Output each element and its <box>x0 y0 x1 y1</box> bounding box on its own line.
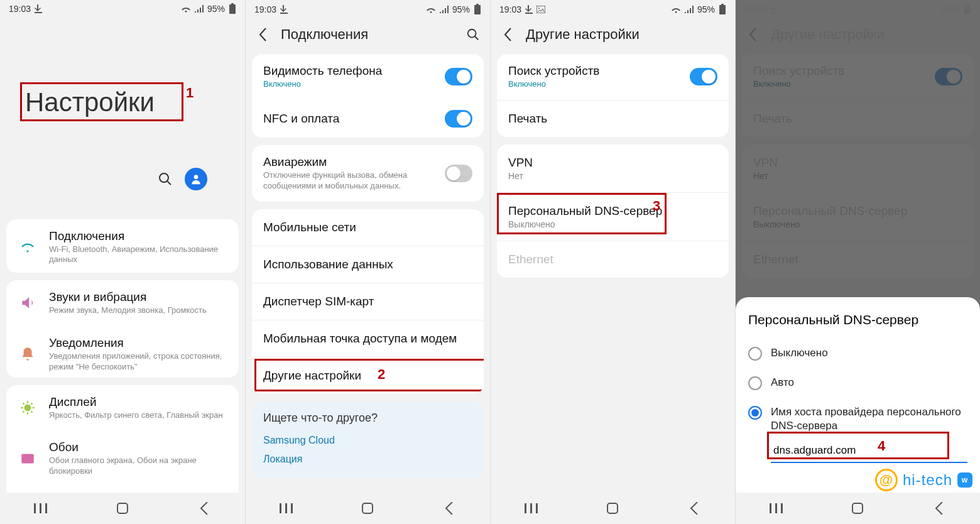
row-more-settings[interactable]: Другие настройки <box>252 358 484 394</box>
screen-dns-dialog: 19:03 95% Другие настройки Поиск устройс… <box>735 0 980 524</box>
watermark: @ hi-tech w <box>875 469 972 491</box>
nav-recents[interactable] <box>22 499 60 518</box>
annotation-number-1: 1 <box>186 85 193 101</box>
svg-rect-11 <box>362 503 373 513</box>
settings-group-1: Подключения Wi-Fi, Bluetooth, Авиарежим,… <box>6 219 239 273</box>
wifi-icon <box>181 5 191 13</box>
nav-bar <box>736 493 980 524</box>
status-bar: 19:03 95% <box>246 0 490 19</box>
row-airplane[interactable]: Авиарежим Отключение функций вызова, обм… <box>252 145 484 202</box>
row-notifications[interactable]: Уведомления Уведомления приложений, стро… <box>6 326 239 378</box>
dialog-title: Персональный DNS-сервер <box>748 312 967 327</box>
radio-auto[interactable]: Авто <box>748 368 967 398</box>
svg-rect-14 <box>719 5 726 14</box>
row-mobile-networks[interactable]: Мобильные сети <box>252 209 484 246</box>
svg-point-4 <box>24 405 31 412</box>
nav-recents[interactable] <box>758 499 795 518</box>
row-print[interactable]: Печать <box>497 100 729 137</box>
row-sim-manager[interactable]: Диспетчер SIM-карт <box>252 283 484 320</box>
status-time: 19:03 <box>9 4 31 14</box>
row-vpn[interactable]: VPN Нет <box>497 145 729 192</box>
link-location[interactable]: Локация <box>263 450 472 469</box>
row-display[interactable]: Дисплей Яркость, Фильтр синего света, Гл… <box>6 385 239 431</box>
vk-icon: w <box>957 472 972 488</box>
svg-rect-19 <box>852 503 863 513</box>
svg-point-10 <box>468 30 476 38</box>
row-nfc[interactable]: NFC и оплата <box>252 100 484 138</box>
toggle-phone-visibility[interactable] <box>445 68 472 85</box>
nav-recents[interactable] <box>268 499 305 518</box>
signal-icon <box>440 6 449 13</box>
display-icon <box>18 398 38 418</box>
row-sub: Wi-Fi, Bluetooth, Авиарежим, Использован… <box>49 244 227 266</box>
signal-icon <box>195 5 204 13</box>
link-samsung-cloud[interactable]: Samsung Cloud <box>263 431 472 450</box>
row-title: Подключения <box>49 229 227 243</box>
svg-rect-1 <box>231 3 234 5</box>
row-connections[interactable]: Подключения Wi-Fi, Bluetooth, Авиарежим,… <box>6 219 239 273</box>
row-wallpaper[interactable]: Обои Обои главного экрана, Обои на экран… <box>6 430 239 487</box>
nav-home[interactable] <box>349 499 386 518</box>
nav-recents[interactable] <box>513 499 550 518</box>
row-ethernet: Ethernet <box>497 241 729 278</box>
toggle-nfc[interactable] <box>445 110 472 128</box>
row-sounds[interactable]: Звуки и вибрация Режим звука, Мелодия зв… <box>6 280 239 326</box>
row-hotspot[interactable]: Мобильная точка доступа и модем <box>252 320 484 357</box>
nav-back[interactable] <box>920 499 958 518</box>
screen-settings-main: 19:03 95% Настройки 1 <box>0 0 245 524</box>
radio-hostname[interactable]: Имя хоста провайдера персонального DNS-с… <box>748 398 967 471</box>
svg-rect-5 <box>21 454 34 464</box>
radio-off[interactable]: Выключено <box>748 339 967 368</box>
more-card: Ищете что-то другое? Samsung Cloud Локац… <box>252 401 484 479</box>
row-private-dns[interactable]: Персональный DNS-сервер Выключено <box>497 193 729 241</box>
toggle-airplane[interactable] <box>445 165 472 182</box>
sound-icon <box>18 293 38 313</box>
battery-icon <box>229 3 236 14</box>
nav-home[interactable] <box>594 499 631 518</box>
nav-back[interactable] <box>675 499 713 518</box>
svg-rect-16 <box>607 503 618 513</box>
dns-hostname-input[interactable] <box>771 439 967 463</box>
battery-icon <box>474 4 481 15</box>
nav-home[interactable] <box>839 499 876 518</box>
search-icon[interactable] <box>157 171 173 187</box>
row-device-search[interactable]: Поиск устройств Включено <box>497 54 729 100</box>
nav-home[interactable] <box>104 499 141 518</box>
nav-back[interactable] <box>185 499 223 518</box>
battery-pct: 95% <box>207 4 225 14</box>
svg-rect-9 <box>476 4 479 6</box>
wifi-icon <box>426 6 436 13</box>
svg-rect-15 <box>721 4 724 6</box>
row-data-usage[interactable]: Использование данных <box>252 246 484 283</box>
download-icon <box>280 5 288 14</box>
status-bar: 19:03 95% <box>491 0 735 19</box>
svg-rect-8 <box>474 5 481 14</box>
battery-icon <box>719 4 726 15</box>
nav-bar <box>491 493 735 524</box>
search-icon[interactable] <box>465 26 481 43</box>
annotation-number-3: 3 <box>653 198 660 214</box>
screen-connections: 19:03 95% Подключения Видимость телефона… <box>245 0 490 524</box>
radio-icon <box>748 376 762 390</box>
radio-icon <box>748 347 762 361</box>
svg-point-3 <box>194 175 199 179</box>
wifi-icon <box>18 237 38 257</box>
screen-other-settings: 19:03 95% Другие настройки Поиск устройс… <box>490 0 735 524</box>
back-icon[interactable] <box>254 26 271 43</box>
nav-bar <box>246 493 490 524</box>
nav-bar <box>0 493 245 524</box>
row-phone-visibility[interactable]: Видимость телефона Включено <box>252 54 484 100</box>
toggle-device-search[interactable] <box>690 68 717 85</box>
nav-back[interactable] <box>430 499 468 518</box>
wifi-icon <box>671 6 681 13</box>
back-icon[interactable] <box>499 26 516 43</box>
wallpaper-icon <box>18 449 38 469</box>
svg-point-2 <box>160 173 168 182</box>
page-title: Другие настройки <box>526 26 726 43</box>
annotation-number-2: 2 <box>378 366 385 383</box>
settings-group-2: Звуки и вибрация Режим звука, Мелодия зв… <box>6 280 239 378</box>
at-icon: @ <box>875 469 898 491</box>
profile-avatar[interactable] <box>185 168 207 190</box>
download-icon <box>35 4 42 13</box>
svg-rect-12 <box>536 6 545 13</box>
